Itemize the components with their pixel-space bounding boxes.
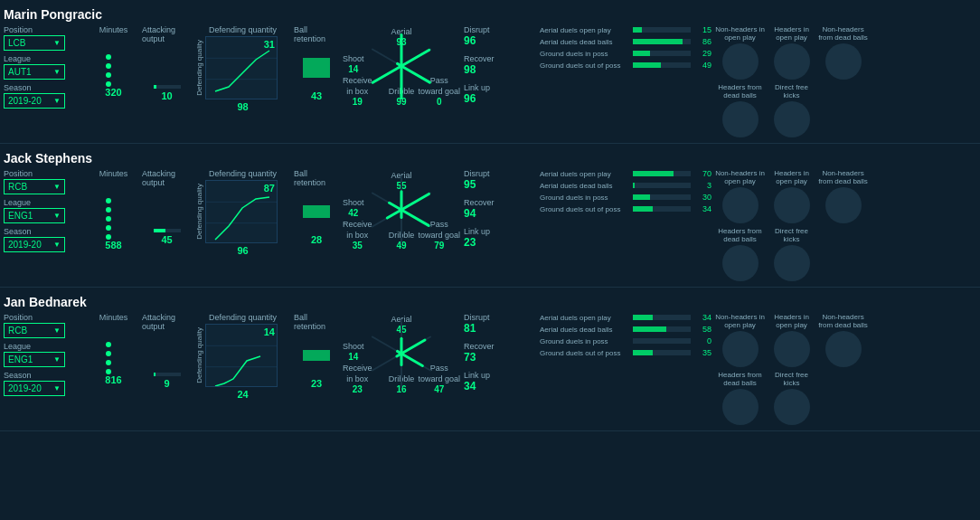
league-dropdown[interactable]: ENG1 ▼ (4, 208, 65, 223)
duel-bar-wrap (633, 206, 691, 212)
spider-chart (361, 169, 442, 251)
ball-retention-value: 23 (311, 378, 322, 389)
position-dropdown[interactable]: RCB ▼ (4, 323, 65, 338)
league-value: ENG1 (8, 355, 33, 364)
position-dropdown[interactable]: LCB ▼ (4, 35, 65, 51)
duel-label: Aerial duels dead balls (540, 182, 630, 190)
position-label: Position (4, 313, 85, 322)
non-headers-open-play: Non-headers in open play (715, 25, 765, 81)
dots-col (106, 180, 122, 240)
league-control: League ENG1 ▼ (4, 198, 85, 223)
chevron-down-icon: ▼ (53, 212, 61, 220)
attacking-value: 45 (161, 234, 172, 245)
non-headers-dead-balls: Non-headers from dead balls (818, 313, 868, 369)
svg-line-38 (401, 354, 422, 366)
dot-indicator (106, 72, 111, 78)
duel-bar (633, 39, 683, 44)
position-value: RCB (8, 182, 27, 192)
dot-indicator (106, 216, 111, 222)
defending-quantity-value: 24 (237, 389, 248, 400)
duel-value: 34 (693, 204, 711, 213)
attacking-value: 10 (161, 90, 172, 101)
attacking-col: Attacking output 10 (142, 25, 192, 101)
recover-value: 73 (464, 351, 536, 364)
linkup-label: Link up (464, 371, 536, 380)
season-control: Season 2019-20 ▼ (4, 83, 85, 109)
player-name: Jack Stephens (4, 151, 976, 165)
season-dropdown[interactable]: 2019-20 ▼ (4, 381, 65, 396)
duel-value: 0 (693, 336, 711, 345)
season-label: Season (4, 371, 85, 380)
disrupt-recover-col: Disrupt 81 Recover 73 Link up 34 (464, 313, 536, 392)
attacking-value: 9 (164, 378, 169, 389)
svg-line-23 (401, 210, 429, 225)
duel-label: Aerial duels open play (540, 170, 630, 178)
ball-retention-header: Ball retention (294, 313, 339, 331)
position-value: RCB (8, 326, 27, 336)
dot-indicator (106, 198, 111, 203)
dot-indicator (106, 207, 111, 213)
duel-bar-wrap (633, 27, 691, 33)
duel-bar (633, 27, 642, 33)
duel-label: Ground duels out of poss (540, 349, 630, 357)
disrupt-item: Disrupt 81 (464, 313, 536, 335)
duel-value: 3 (693, 181, 711, 190)
ball-retention-header: Ball retention (294, 25, 339, 43)
chevron-down-icon: ▼ (53, 183, 61, 191)
linkup-value: 23 (464, 236, 536, 249)
svg-line-27 (387, 210, 401, 218)
duel-item: Aerial duels open play 34 (540, 313, 711, 322)
duel-item: Ground duels out of poss 34 (540, 204, 711, 213)
minutes-header: Minutes (99, 25, 128, 34)
duel-item: Aerial duels dead balls 86 (540, 37, 711, 46)
league-dropdown[interactable]: ENG1 ▼ (4, 352, 65, 367)
recover-label: Recover (464, 54, 536, 63)
recover-item: Recover 98 (464, 54, 536, 76)
duel-bar-wrap (633, 183, 691, 188)
disrupt-value: 95 (464, 178, 536, 191)
player-name: Marin Pongracic (4, 7, 976, 22)
duel-item: Aerial duels dead balls 58 (540, 325, 711, 334)
season-control: Season 2019-20 ▼ (4, 227, 85, 252)
spider-chart (361, 25, 442, 107)
season-control: Season 2019-20 ▼ (4, 371, 85, 396)
duel-value: 29 (693, 49, 711, 58)
duel-bar-wrap (633, 171, 691, 176)
recover-value: 98 (464, 63, 536, 76)
duel-item: Ground duels out of poss 35 (540, 348, 711, 357)
disrupt-label: Disrupt (464, 25, 536, 34)
league-dropdown[interactable]: AUT1 ▼ (4, 64, 65, 80)
controls-col: Position RCB ▼ League ENG1 ▼ Season (4, 169, 85, 256)
spider-col: Aerial 55 Shoot 42 Receivein box 35 Drib… (343, 169, 460, 251)
season-dropdown[interactable]: 2019-20 ▼ (4, 237, 65, 252)
defending-quantity-value: 96 (237, 245, 248, 256)
minutes-col: Minutes 320 (89, 25, 138, 98)
position-dropdown[interactable]: RCB ▼ (4, 179, 65, 194)
league-value: ENG1 (8, 211, 33, 221)
ball-retention-col: Ball retention 23 (294, 313, 339, 389)
disrupt-item: Disrupt 95 (464, 169, 536, 191)
recover-label: Recover (464, 198, 536, 207)
headers-open-play: Headers in open play (767, 25, 816, 81)
duel-bar-wrap (633, 315, 691, 320)
duel-value: 34 (693, 313, 711, 322)
duel-bar (633, 171, 674, 176)
direct-free-kicks: Direct free kicks (767, 371, 816, 427)
duel-item: Aerial duels open play 15 (540, 25, 711, 34)
linkup-item: Link up 23 (464, 227, 536, 249)
duels-col: Aerial duels open play 70 Aerial duels d… (540, 169, 711, 216)
attacking-header: Attacking output (142, 313, 192, 331)
duel-bar (633, 51, 650, 56)
dot-indicator (106, 54, 111, 60)
dot-indicator (106, 225, 111, 231)
defending-quality-axis-label: Defending quality (195, 40, 203, 96)
svg-line-8 (401, 66, 429, 82)
disrupt-value: 81 (464, 322, 536, 335)
duel-value: 49 (693, 61, 711, 70)
season-dropdown[interactable]: 2019-20 ▼ (4, 93, 65, 109)
defending-quantity-header: Defending quantity (209, 313, 277, 322)
duel-bar-wrap (633, 51, 691, 56)
duel-label: Ground duels out of poss (540, 205, 630, 213)
headers-open-play: Headers in open play (767, 313, 816, 369)
non-headers-dead-balls: Non-headers from dead balls (818, 25, 868, 81)
